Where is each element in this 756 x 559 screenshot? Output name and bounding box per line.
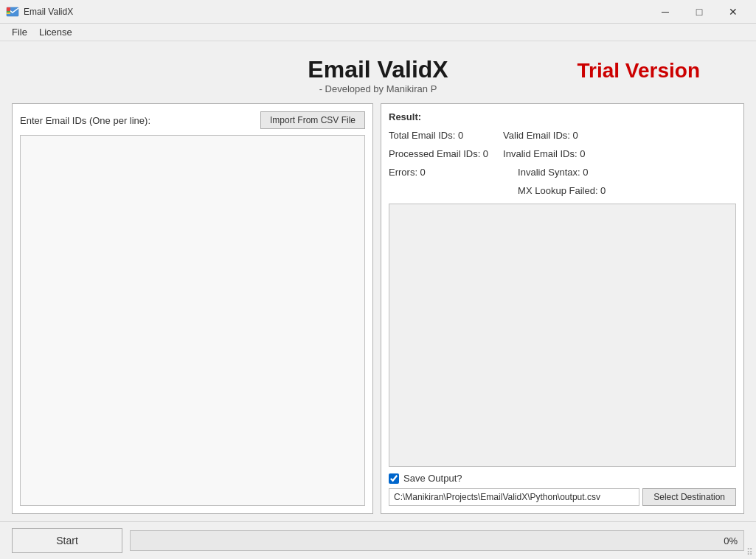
window-controls: ─ □ ✕ (648, 0, 750, 24)
mx-lookup-failed: MX Lookup Failed: 0 (503, 184, 606, 198)
invalid-email-ids: Invalid Email IDs: 0 (503, 147, 606, 161)
main-window: Email ValidX ─ □ ✕ File License Email Va… (0, 0, 756, 559)
valid-email-ids: Valid Email IDs: 0 (503, 128, 606, 142)
progress-bar-container: 0% (130, 530, 744, 551)
app-title: Email ValidX (308, 56, 448, 83)
email-input-label: Enter Email IDs (One per line): (20, 115, 150, 126)
result-textarea[interactable] (389, 204, 736, 467)
total-email-ids: Total Email IDs: 0 (389, 128, 488, 142)
title-bar-text: Email ValidX (24, 7, 648, 17)
select-destination-button[interactable]: Select Destination (642, 488, 736, 506)
save-output-label: Save Output? (403, 473, 462, 484)
processed-email-ids: Processed Email IDs: 0 (389, 147, 488, 161)
invalid-syntax: Invalid Syntax: 0 (503, 165, 606, 179)
app-icon (6, 5, 19, 18)
progress-percent: 0% (724, 535, 738, 546)
left-panel-header: Enter Email IDs (One per line): Import F… (20, 111, 365, 129)
destination-path-input[interactable] (389, 488, 639, 506)
import-csv-button[interactable]: Import From CSV File (260, 111, 365, 129)
errors: Errors: 0 (389, 165, 488, 179)
svg-rect-2 (7, 11, 10, 13)
stats-col-right: Valid Email IDs: 0 Invalid Email IDs: 0 … (503, 128, 606, 198)
resize-grip[interactable]: ⠿ (746, 547, 753, 558)
maximize-button[interactable]: □ (682, 0, 716, 24)
start-button[interactable]: Start (12, 528, 122, 553)
header: Email ValidX - Developed by Manikiran P … (12, 49, 744, 99)
stats-col-left: Total Email IDs: 0 Processed Email IDs: … (389, 128, 488, 198)
menu-license[interactable]: License (33, 25, 78, 39)
destination-row: Select Destination (389, 488, 736, 506)
svg-rect-1 (7, 7, 10, 11)
menu-bar: File License (0, 24, 756, 41)
title-bar: Email ValidX ─ □ ✕ (0, 0, 756, 24)
subtitle: - Developed by Manikiran P (319, 83, 437, 94)
main-content: Email ValidX - Developed by Manikiran P … (0, 41, 756, 521)
svg-rect-3 (7, 13, 10, 14)
header-center: Email ValidX - Developed by Manikiran P (308, 56, 448, 94)
save-output-checkbox[interactable] (389, 473, 399, 484)
trial-version-label: Trial Version (577, 59, 700, 83)
minimize-button[interactable]: ─ (648, 0, 682, 24)
right-panel: Result: Total Email IDs: 0 Processed Ema… (381, 103, 744, 514)
result-label: Result: (389, 111, 736, 122)
menu-file[interactable]: File (6, 25, 33, 39)
left-panel: Enter Email IDs (One per line): Import F… (12, 103, 373, 514)
bottom-bar: Start 0% (0, 521, 756, 559)
close-button[interactable]: ✕ (716, 0, 750, 24)
save-row: Save Output? (389, 473, 736, 484)
email-textarea[interactable] (20, 135, 365, 506)
panels: Enter Email IDs (One per line): Import F… (12, 103, 744, 514)
stats-container: Total Email IDs: 0 Processed Email IDs: … (389, 128, 736, 198)
